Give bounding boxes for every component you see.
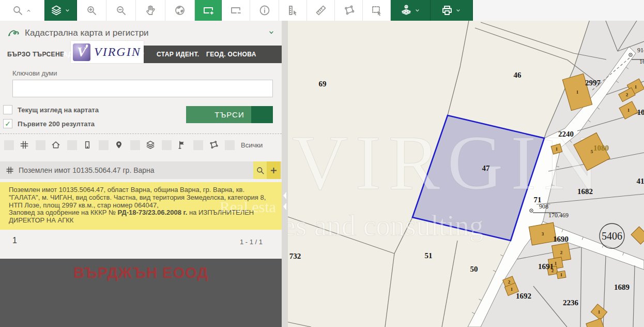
svg-text:1: 1: [555, 261, 557, 266]
parcel-label-71: 71: [534, 196, 542, 204]
zoom-in-button[interactable]: [77, 0, 106, 21]
search-toggle-button[interactable]: [0, 0, 44, 21]
svg-text:2: 2: [560, 250, 563, 255]
details-order-prefix: Заповед за одобрение на КККР №: [9, 209, 118, 216]
zoom-out-button[interactable]: [106, 0, 136, 21]
current-view-label: Текущ изглед на картата: [18, 106, 99, 114]
building: 3: [529, 222, 557, 245]
filter-checkbox-building[interactable]: [67, 140, 77, 150]
building-icon: [82, 140, 93, 150]
pan-button[interactable]: [136, 0, 165, 21]
map-canvas[interactable]: VIRGINes and consulting11121532121211540…: [282, 21, 644, 327]
print-menu-button[interactable]: [431, 0, 473, 21]
measure-area-select-button[interactable]: [279, 0, 307, 21]
svg-text:2: 2: [508, 279, 511, 285]
tab-1[interactable]: БЪРЗО ТЪРСЕНЕ: [0, 46, 72, 63]
panel-title: Кадастрална карта и регистри: [25, 28, 149, 38]
svg-text:1: 1: [627, 108, 630, 113]
first200-checkbox[interactable]: ✓: [3, 119, 12, 128]
svg-text:2: 2: [626, 92, 628, 97]
filter-checkbox-layers[interactable]: [130, 140, 140, 150]
result-actions: [253, 161, 281, 179]
keywords-input[interactable]: [12, 80, 273, 97]
map-toolbar: [0, 0, 644, 21]
details-order-number: РД-18-73/23.06.2008 г.: [118, 209, 188, 216]
first200-label: Първите 200 резултата: [18, 120, 95, 128]
parcel-label-1080: 1080: [593, 144, 609, 152]
flag-icon: [177, 140, 187, 150]
filter-checkbox-flag[interactable]: [162, 140, 172, 150]
survey-point-id: 914: [637, 47, 644, 54]
svg-text:1: 1: [560, 272, 563, 277]
virgin-logo-mark: V: [73, 43, 90, 61]
panel-collapse-strip[interactable]: [282, 21, 288, 327]
search-button[interactable]: ТЪРСИ: [186, 106, 273, 123]
layers-icon: [145, 140, 156, 150]
map-watermark-small: es and consulting: [283, 210, 484, 242]
polygon-icon: [208, 140, 219, 150]
parcel-label-10: 10: [637, 108, 644, 116]
parcel-label-50: 50: [470, 265, 478, 273]
layers-info-menu-button[interactable]: [391, 0, 431, 21]
select-rectangle-button[interactable]: [363, 0, 391, 21]
filter-checkbox-house[interactable]: [36, 140, 45, 150]
parcel-grid-icon: [5, 166, 14, 175]
filter-row: Всички: [4, 140, 263, 150]
svg-text:1: 1: [576, 90, 579, 95]
app-window: Кадастрална карта и регистри БЪРЗО ТЪРСЕ…: [0, 0, 644, 327]
parcel-label-46: 46: [514, 71, 522, 79]
parcel-label-732: 732: [289, 252, 301, 260]
virgin-logo: V VIRGIN: [71, 41, 144, 63]
sidebar-footer: ВЪРДЖЪН ЕООД: [0, 259, 282, 327]
measure-polygon-button[interactable]: [335, 0, 363, 21]
grid-icon: [19, 140, 29, 150]
svg-text:1: 1: [598, 309, 601, 315]
house-icon: [51, 140, 61, 150]
filter-checkbox-all[interactable]: [225, 140, 235, 150]
zoom-rect-out-button[interactable]: [222, 0, 250, 21]
parcel-label-1689: 1689: [614, 283, 630, 291]
identify-button[interactable]: [250, 0, 279, 21]
survey-point-dot: [531, 210, 532, 211]
tab-4[interactable]: СТАР ИДЕНТ.: [157, 46, 200, 63]
measure-distance-button[interactable]: [307, 0, 335, 21]
cadastre-branch-icon: [7, 27, 20, 41]
full-extent-button[interactable]: [165, 0, 195, 21]
survey-point-dot: [630, 54, 631, 55]
parcel-label-1682: 1682: [577, 187, 593, 196]
parcel-label-1690: 1690: [553, 235, 569, 243]
result-range: 1 - 1 / 1: [240, 238, 263, 246]
result-row[interactable]: Поземлен имот 10135.5064.47 гр. Варна: [0, 161, 282, 179]
result-zoom-icon[interactable]: [253, 161, 267, 179]
virgin-logo-text: VIRGIN: [94, 45, 141, 59]
road-number: 5406: [602, 230, 622, 242]
keywords-label: Ключови думи: [12, 69, 57, 77]
parcel-label-1692: 1692: [516, 292, 531, 300]
svg-text:5: 5: [591, 149, 593, 154]
current-view-checkbox[interactable]: [3, 105, 12, 114]
pin-icon: [114, 140, 124, 150]
zoom-rect-in-button[interactable]: [195, 0, 222, 21]
chevron-down-icon[interactable]: [267, 28, 276, 39]
parcel-label-41: 41: [637, 177, 644, 185]
parcel-label-69: 69: [319, 80, 327, 88]
filter-all-label: Всички: [241, 141, 263, 149]
svg-text:1: 1: [511, 287, 513, 292]
filter-checkbox-grid[interactable]: [4, 140, 14, 150]
page-number[interactable]: 1: [12, 236, 17, 245]
filter-checkbox-polygon[interactable]: [193, 140, 203, 150]
survey-point-elevation: 166: [639, 58, 644, 65]
parcel-label-51: 51: [425, 251, 433, 260]
divider: [0, 133, 282, 134]
filter-checkbox-pin[interactable]: [99, 140, 109, 150]
sidebar: Кадастрална карта и регистри БЪРЗО ТЪРСЕ…: [0, 21, 282, 327]
svg-text:3: 3: [542, 231, 544, 236]
result-text: Поземлен имот 10135.5064.47 гр. Варна: [19, 166, 155, 174]
company-watermark: ВЪРДЖЪН ЕООД: [0, 264, 282, 281]
parcel-label-1691: 1691: [538, 262, 554, 271]
parcel-label-2997: 2997: [585, 79, 601, 87]
tab-5[interactable]: ГЕОД. ОСНОВА: [206, 46, 256, 63]
search-button-label: ТЪРСИ: [186, 106, 273, 123]
result-add-icon[interactable]: [267, 161, 281, 179]
layers-menu-button[interactable]: [44, 0, 77, 21]
